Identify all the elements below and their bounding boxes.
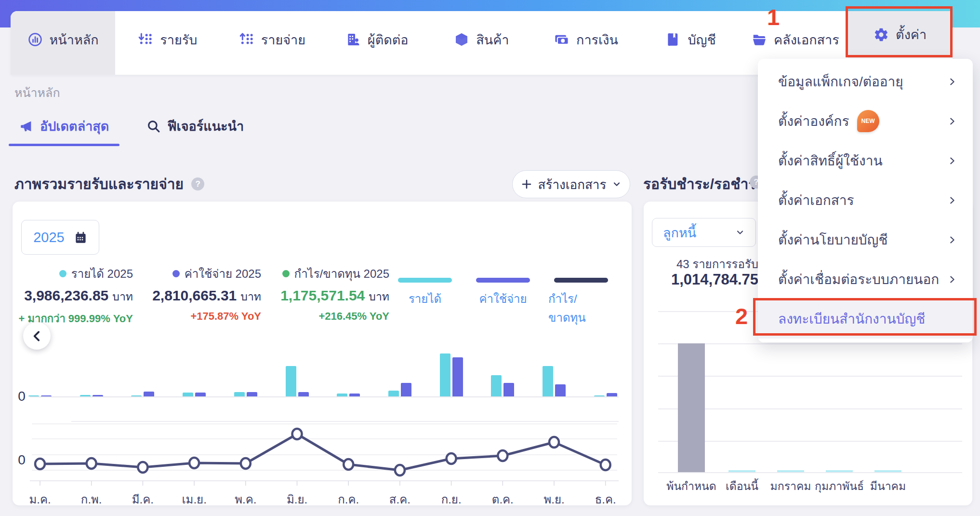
create-document-button[interactable]: สร้างเอกสาร bbox=[512, 170, 630, 198]
legend-toggle-expense[interactable]: ค่าใช้จ่าย bbox=[470, 278, 536, 327]
x-axis-label-พ.ค.: พ.ค. bbox=[224, 490, 267, 509]
stat-label: กำไร/ขาดทุน 2025 bbox=[294, 264, 389, 283]
gridline bbox=[658, 472, 962, 473]
bar-axis-zero-label: 0 bbox=[14, 389, 29, 404]
stat-value: 3,986,236.85 bbox=[24, 287, 108, 303]
nav-item-expense[interactable]: รายจ่าย bbox=[220, 11, 324, 75]
overview-title-text: ภาพรวมรายรับและรายจ่าย bbox=[14, 173, 184, 195]
dashboard-tabs: อัปเดตล่าสุดฟีเจอร์แนะนำ bbox=[9, 112, 254, 146]
megaphone-icon bbox=[19, 119, 34, 134]
overview-section-title: ภาพรวมรายรับและรายจ่าย ? bbox=[14, 173, 204, 195]
tab-recommended-features[interactable]: ฟีเจอร์แนะนำ bbox=[136, 112, 254, 146]
bar-income-พ.ค. bbox=[234, 392, 245, 396]
bar-expense-มี.ค. bbox=[144, 392, 154, 396]
bar-income-เม.ย. bbox=[183, 393, 193, 396]
bar-income-ส.ค. bbox=[388, 391, 399, 396]
tab-label: ฟีเจอร์แนะนำ bbox=[167, 116, 244, 136]
breadcrumb: หน้าหลัก bbox=[14, 83, 60, 102]
overview-stats: รายได้ 20253,986,236.85บาท+ มากกว่า 999.… bbox=[13, 264, 389, 327]
nav-item-income[interactable]: รายรับ bbox=[115, 11, 220, 75]
bar-พ้นกำหนด bbox=[678, 343, 705, 472]
nav-item-label: การเงิน bbox=[576, 29, 618, 50]
accounting-icon bbox=[665, 32, 681, 47]
chart-legend: รายได้ค่าใช้จ่ายกำไร/ขาดทุน bbox=[392, 278, 614, 327]
legend-label: รายได้ bbox=[409, 289, 441, 308]
menu-item-label: ตั้งค่าสิทธิ์ผู้ใช้งาน bbox=[778, 150, 883, 171]
menu-item-org-settings[interactable]: ตั้งค่าองค์กรNEW bbox=[758, 101, 973, 141]
menu-item-label: ตั้งค่าองค์กร bbox=[778, 110, 849, 132]
new-badge: NEW bbox=[857, 110, 879, 132]
year-selector[interactable]: 2025 bbox=[21, 220, 99, 255]
menu-item-label: ตั้งค่าเอกสาร bbox=[778, 190, 854, 211]
stat-expense: ค่าใช้จ่าย 20252,810,665.31บาท+175.87% Y… bbox=[141, 264, 261, 327]
chevron-left-icon bbox=[31, 330, 43, 342]
chevron-down-icon bbox=[735, 228, 745, 237]
x-axis-label-เม.ย.: เม.ย. bbox=[172, 490, 216, 509]
legend-toggle-profit[interactable]: กำไร/ขาดทุน bbox=[548, 278, 614, 327]
stat-unit: บาท bbox=[369, 290, 389, 303]
line-point-ก.ย. bbox=[447, 453, 456, 464]
bar-expense-ก.ค. bbox=[349, 394, 360, 396]
income-icon bbox=[138, 32, 153, 47]
stat-yoy: +175.87% YoY bbox=[141, 310, 261, 323]
menu-item-label: ลงทะเบียนสำนักงานบัญชี bbox=[778, 308, 925, 329]
bar-income-มี.ค. bbox=[131, 395, 142, 396]
menu-item-document-settings[interactable]: ตั้งค่าเอกสาร bbox=[758, 180, 973, 220]
legend-color-pill bbox=[398, 278, 452, 283]
menu-item-external-integrations[interactable]: ตั้งค่าเชื่อมต่อระบบภายนอก bbox=[758, 259, 973, 299]
bar-เดือนนี้ bbox=[728, 470, 755, 472]
line-point-พ.ค. bbox=[241, 458, 251, 469]
create-document-label: สร้างเอกสาร bbox=[538, 175, 607, 194]
tab-label: อัปเดตล่าสุด bbox=[40, 116, 109, 136]
receivables-section-title: รอรับชำระ/รอชำระ bbox=[643, 173, 764, 195]
stat-label: ค่าใช้จ่าย 2025 bbox=[185, 264, 261, 283]
menu-item-accounting-firm-register[interactable]: ลงทะเบียนสำนักงานบัญชี bbox=[758, 299, 973, 339]
stat-yoy: +216.45% YoY bbox=[269, 310, 389, 323]
stat-dot bbox=[282, 270, 290, 277]
nav-item-accounting[interactable]: บัญชี bbox=[638, 11, 743, 75]
legend-color-pill bbox=[554, 278, 608, 283]
nav-item-contacts[interactable]: ผู้ติดต่อ bbox=[325, 11, 429, 75]
tab-latest-updates[interactable]: อัปเดตล่าสุด bbox=[9, 112, 119, 146]
menu-item-package-info[interactable]: ข้อมูลแพ็กเกจ/ต่ออายุ bbox=[758, 62, 973, 101]
bar-กุมภาพันธ์ bbox=[826, 470, 853, 472]
settings-dropdown-menu: ข้อมูลแพ็กเกจ/ต่ออายุตั้งค่าองค์กรNEWตั้… bbox=[758, 59, 973, 342]
legend-label: ค่าใช้จ่าย bbox=[479, 289, 527, 308]
annotation-number-1: 1 bbox=[767, 4, 780, 30]
carousel-previous-button[interactable] bbox=[23, 322, 51, 350]
menu-item-accounting-policy[interactable]: ตั้งค่านโยบายบัญชี bbox=[758, 220, 973, 259]
chevron-right-icon bbox=[948, 196, 956, 204]
chevron-right-icon bbox=[948, 275, 956, 284]
x-axis-label-ก.ย.: ก.ย. bbox=[430, 490, 473, 509]
bar-income-ก.ย. bbox=[440, 353, 450, 396]
annotation-number-2: 2 bbox=[735, 303, 748, 329]
help-icon[interactable]: ? bbox=[191, 177, 204, 190]
nav-item-finance[interactable]: การเงิน bbox=[534, 11, 638, 75]
active-tab-underline bbox=[9, 144, 119, 146]
documents-icon bbox=[752, 32, 767, 47]
bar-income-มิ.ย. bbox=[286, 366, 296, 396]
nav-item-products[interactable]: สินค้า bbox=[429, 11, 534, 75]
line-point-ส.ค. bbox=[395, 465, 405, 475]
receivables-filter-select[interactable]: ลูกหนี้ bbox=[652, 218, 756, 247]
x-axis-label-ก.พ.: ก.พ. bbox=[70, 490, 113, 509]
bar-income-ก.พ. bbox=[80, 395, 91, 396]
nav-item-label: บัญชี bbox=[688, 29, 715, 50]
bar-expense-ต.ค. bbox=[503, 383, 514, 396]
menu-item-user-permissions[interactable]: ตั้งค่าสิทธิ์ผู้ใช้งาน bbox=[758, 141, 973, 180]
products-icon bbox=[454, 32, 469, 47]
line-point-ต.ค. bbox=[498, 450, 507, 461]
x-axis-label-มิ.ย.: มิ.ย. bbox=[276, 490, 319, 509]
nav-item-settings[interactable]: ตั้งค่า bbox=[848, 11, 953, 58]
stat-value: 1,175,571.54 bbox=[280, 287, 365, 303]
nav-item-home[interactable]: หน้าหลัก bbox=[11, 11, 115, 75]
legend-toggle-income[interactable]: รายได้ bbox=[392, 278, 458, 327]
bar-income-พ.ย. bbox=[543, 366, 553, 396]
profit-line-chart bbox=[13, 415, 632, 487]
nav-item-label: ตั้งค่า bbox=[896, 24, 927, 45]
chevron-right-icon bbox=[948, 236, 956, 244]
bar-income-ม.ค. bbox=[28, 395, 39, 396]
x-axis-label-ม.ค.: ม.ค. bbox=[18, 490, 62, 509]
x-axis-label-ก.ค.: ก.ค. bbox=[327, 490, 370, 509]
dashboard-icon bbox=[27, 32, 43, 47]
